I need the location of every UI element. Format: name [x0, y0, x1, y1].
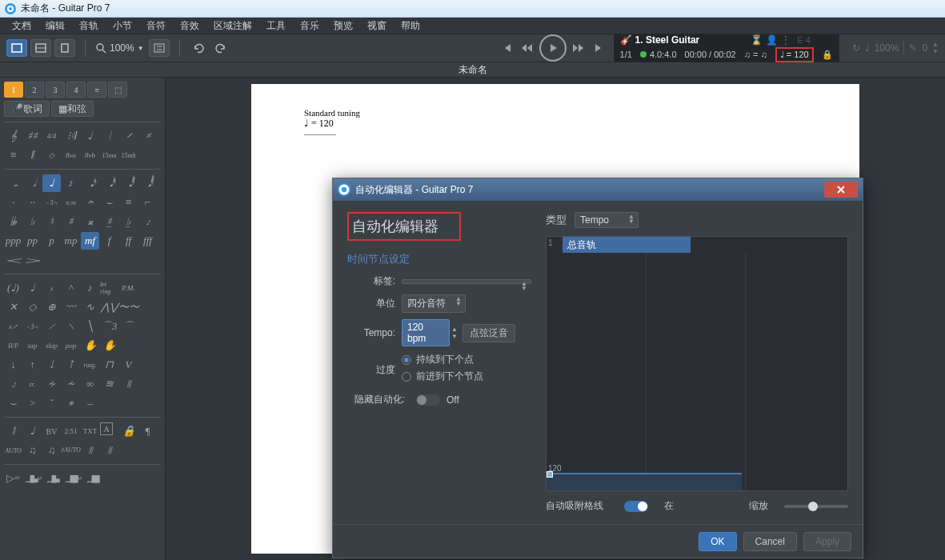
quarter-note-icon[interactable]: ♩	[42, 174, 61, 192]
go-start-button[interactable]	[498, 39, 515, 57]
menu-dots-icon[interactable]: ⋮	[781, 34, 791, 46]
ff-icon[interactable]: ff	[119, 232, 138, 250]
menu-music[interactable]: 音乐	[293, 19, 326, 33]
eighth-note-icon[interactable]: ♪	[62, 174, 80, 192]
acc1-icon[interactable]: ♯̲	[100, 213, 118, 230]
menu-document[interactable]: 文档	[5, 19, 38, 33]
voice-2-button[interactable]: 2	[25, 82, 44, 98]
vib4-icon[interactable]: 〜〜	[119, 298, 138, 316]
slide3-icon[interactable]: ╲	[81, 318, 99, 335]
slap-icon[interactable]: slap	[42, 337, 61, 354]
auto5-icon[interactable]: ⫴	[81, 442, 99, 459]
fermata-icon[interactable]: 𝄐	[81, 194, 99, 211]
sharp-icon[interactable]: ♯	[62, 213, 80, 230]
auto3-icon[interactable]: ♫	[42, 442, 61, 459]
64th-note-icon[interactable]: 𝅘𝅥𝅱	[119, 174, 138, 192]
acc2-icon[interactable]: ♭̲	[119, 213, 138, 230]
heavy-accent-icon[interactable]: ^	[62, 279, 80, 297]
voice-4-button[interactable]: 4	[66, 82, 86, 98]
repeat-icon[interactable]: ⁝𝄇	[62, 127, 80, 145]
menu-window[interactable]: 视窗	[360, 19, 394, 33]
16th-note-icon[interactable]: 𝅘𝅥𝅯	[81, 174, 99, 192]
type-select[interactable]: Tempo▲▼	[575, 212, 639, 228]
auto1-icon[interactable]: AUTO	[4, 442, 22, 459]
multi-voice-button[interactable]: ≡	[87, 82, 106, 98]
x-note-icon[interactable]: ✕	[4, 298, 22, 316]
slash-icon[interactable]: 𝄍	[119, 127, 138, 145]
fff-icon[interactable]: fff	[138, 232, 157, 250]
radio-continue[interactable]	[402, 355, 411, 365]
ppp-icon[interactable]: ppp	[4, 232, 22, 250]
let-ring-icon[interactable]: let ring	[100, 279, 118, 297]
close-button[interactable]	[824, 182, 858, 198]
palm2-icon[interactable]: ✋	[100, 337, 118, 354]
staff[interactable]	[304, 134, 336, 158]
undo-button[interactable]	[190, 39, 207, 57]
bar-icon[interactable]: 𝄀	[100, 127, 118, 145]
decresc-icon[interactable]: 𝆓	[23, 251, 42, 269]
palm1-icon[interactable]: ✋	[81, 337, 99, 354]
loop-icon[interactable]: ↻	[852, 42, 860, 54]
chords-button[interactable]: ▦ 和弦	[51, 101, 94, 117]
tuning-fork-icon[interactable]: 👤	[766, 34, 778, 46]
bars-m2-icon[interactable]: ▁██M	[64, 470, 82, 487]
8vb-icon[interactable]: 8vb	[81, 146, 99, 164]
txt-icon[interactable]: TXT	[81, 422, 99, 440]
tempo-lock-icon[interactable]: 🔒	[822, 50, 833, 60]
15ma-icon[interactable]: 15ma	[100, 146, 118, 164]
slide5-icon[interactable]: ⌒	[119, 318, 138, 335]
tempo-handle[interactable]	[547, 471, 553, 478]
tempo-line[interactable]	[547, 473, 742, 474]
lyrics-button[interactable]: 🎤 歌词	[4, 101, 50, 117]
bars-m1-icon[interactable]: ▁█▄M	[24, 470, 42, 487]
ntuplet-icon[interactable]: n:m	[62, 194, 80, 211]
sfz-icon[interactable]: ∗	[62, 394, 80, 412]
bend-icon[interactable]: x↗	[4, 318, 22, 335]
menu-region[interactable]: 区域注解	[206, 19, 259, 33]
automation-graph[interactable]: 1 总音轨 120	[546, 236, 848, 491]
tenuto-icon[interactable]: –	[81, 394, 99, 412]
128th-note-icon[interactable]: 𝅘𝅥𝅲	[138, 174, 157, 192]
tuplet-icon[interactable]: ⌐3¬	[42, 194, 61, 211]
tie-icon[interactable]: ⌣	[100, 194, 118, 211]
note-tool2-icon[interactable]: ♩	[23, 422, 42, 440]
half-note-icon[interactable]: 𝅗𝅥	[23, 174, 42, 192]
mp-icon[interactable]: mp	[62, 232, 80, 250]
auto2-icon[interactable]: ♫	[23, 442, 42, 459]
snap-switch[interactable]	[624, 501, 648, 512]
up-icon[interactable]: ↑	[23, 356, 42, 374]
32nd-note-icon[interactable]: 𝅘𝅥𝅰	[100, 174, 118, 192]
mordent-icon[interactable]: ⩪	[62, 375, 80, 393]
vib1-icon[interactable]: 〰	[62, 298, 80, 316]
grace-icon[interactable]: 𝆕	[138, 213, 157, 230]
dsharp-icon[interactable]: 𝄪	[81, 213, 99, 230]
menu-track[interactable]: 音轨	[72, 19, 106, 33]
apply-button[interactable]: Apply	[803, 532, 851, 551]
zoom-control[interactable]: 100% ▼	[95, 42, 144, 54]
zoom-fit-button[interactable]	[149, 39, 170, 57]
menu-note[interactable]: 音符	[139, 19, 173, 33]
metronome-icon[interactable]: ⌛	[751, 34, 763, 46]
dim-icon[interactable]: ◇	[42, 146, 61, 164]
lock-icon[interactable]: 🔒	[119, 422, 138, 440]
harmonic-icon[interactable]: ◇	[23, 298, 42, 316]
tag-select[interactable]: ▲▼	[402, 279, 531, 284]
flat-icon[interactable]: ♭	[23, 213, 42, 230]
slide1-icon[interactable]: ⟋	[42, 318, 61, 335]
bars-1-icon[interactable]: ▁█▄	[44, 470, 62, 487]
pm-icon[interactable]: P.M.	[119, 279, 138, 297]
auto4-icon[interactable]: ⫴AUTO	[62, 442, 80, 459]
bracket-icon[interactable]: 𝄃	[23, 146, 42, 164]
radio-jump[interactable]	[402, 372, 411, 382]
hp-icon[interactable]: H/P	[4, 337, 22, 354]
mf-icon[interactable]: mf	[81, 232, 99, 250]
ghost-icon[interactable]: (♩)	[4, 279, 22, 297]
voice-1-button[interactable]: 1	[4, 82, 23, 98]
tremolo-bar-icon[interactable]: ⌐3¬	[23, 318, 42, 335]
ok-button[interactable]: OK	[699, 532, 736, 551]
bars-2-icon[interactable]: ▁██	[84, 470, 102, 487]
marcato-icon[interactable]: ˘	[42, 394, 61, 412]
treble-clef-icon[interactable]: 𝄞	[4, 127, 22, 145]
note-tool-icon[interactable]: ♩	[81, 127, 99, 145]
accent-icon[interactable]: ›	[42, 279, 61, 297]
